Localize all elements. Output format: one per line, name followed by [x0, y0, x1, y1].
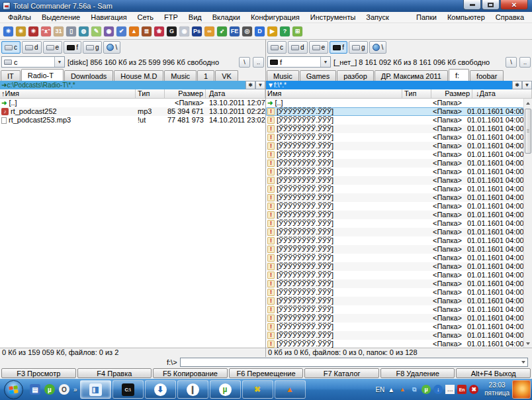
- toolbar-button-cat-face-icon[interactable]: ᵔᴥᵔ: [40, 25, 52, 38]
- file-row[interactable]: ![ЎЎЎЎЎЎЎЎ.ЎЎЎ]<Папка>01.01.1601 04:00: [266, 219, 523, 228]
- menu-item-справка[interactable]: Справка: [490, 12, 529, 23]
- file-row[interactable]: ![ЎЎЎЎЎЎЎЎ.ЎЎЎ]<Папка>01.01.1601 04:00: [266, 314, 523, 323]
- utorrent-tray-icon[interactable]: µ: [421, 385, 431, 394]
- menu-item-вкладки[interactable]: Вкладки: [207, 12, 245, 23]
- menu-item-папки[interactable]: Папки: [411, 12, 442, 23]
- menu-item-компьютер[interactable]: Компьютер: [442, 12, 490, 23]
- drive-button-f[interactable]: f: [330, 41, 347, 54]
- menu-item-инструменты[interactable]: Инструменты: [305, 12, 361, 23]
- file-row[interactable]: ![ЎЎЎЎЎЎЎЎ.ЎЎЎ]<Папка>01.01.1601 04:00: [266, 125, 523, 133]
- punto-switcher-icon[interactable]: En: [457, 385, 466, 394]
- column-header-type[interactable]: Тип: [136, 89, 165, 98]
- column-header-name[interactable]: Имя: [266, 89, 402, 98]
- language-indicator[interactable]: EN: [375, 386, 384, 393]
- taskbar-button-command-prompt[interactable]: C:\: [112, 380, 144, 399]
- toolbar-button-rocket-icon[interactable]: ➶: [216, 25, 228, 38]
- left-root-button[interactable]: \: [239, 57, 250, 68]
- tab-др-максима-2011[interactable]: ДР. Максима 2011: [375, 70, 448, 81]
- antivirus-icon[interactable]: ✖: [469, 385, 478, 394]
- file-row[interactable]: ![ЎЎЎЎЎЎЎЎ.ЎЎЎ]<Папка>01.01.1601 04:00: [266, 236, 523, 245]
- toolbar-button-swirl-green-icon[interactable]: ?: [279, 25, 291, 38]
- file-row[interactable]: ![ЎЎЎЎЎЎЎЎ.ЎЎЎ]<Папка>01.01.1601 04:00: [266, 168, 523, 176]
- close-button[interactable]: ✕: [500, 0, 528, 10]
- function-button-f8[interactable]: F8 Удаление: [380, 368, 455, 378]
- file-row[interactable]: ![ЎЎЎЎЎЎЎЎ.ЎЎЎ]<Папка>01.01.1601 04:00: [266, 211, 523, 219]
- file-row[interactable]: ![ЎЎЎЎЎЎЎЎ.ЎЎЎ]<Папка>01.01.1601 04:00: [266, 323, 523, 331]
- file-row[interactable]: ![ЎЎЎЎЎЎЎЎ.ЎЎЎ]<Папка>01.01.1601 04:00: [266, 202, 523, 211]
- desktop-gadget[interactable]: [512, 380, 531, 399]
- menu-item-запуск[interactable]: Запуск: [361, 12, 394, 23]
- file-row[interactable]: ![ЎЎЎЎЎЎЎЎ.ЎЎЎ]<Папка>01.01.1601 04:00: [266, 116, 523, 125]
- right-history-button[interactable]: ▼: [522, 81, 532, 89]
- function-button-f4[interactable]: F4 Правка: [77, 368, 152, 378]
- drive-button-network[interactable]: \: [369, 41, 386, 54]
- function-button-f3[interactable]: F3 Просмотр: [1, 368, 76, 378]
- messenger-icon[interactable]: …: [445, 385, 455, 394]
- toolbar-button-media-camera-icon[interactable]: ◉: [103, 25, 115, 38]
- file-row[interactable]: ![ЎЎЎЎЎЎЎЎ.ЎЎЎ]<Папка>01.01.1601 04:00: [266, 150, 523, 159]
- menu-item-навигация[interactable]: Навигация: [85, 12, 132, 23]
- toolbar-button-phone-icon[interactable]: ▯: [65, 25, 77, 38]
- file-row[interactable]: ![ЎЎЎЎЎЎЎЎ.ЎЎЎ]<Папка>01.01.1601 04:00: [266, 142, 523, 150]
- left-drive-combo[interactable]: c ▼: [1, 56, 65, 68]
- opera-icon[interactable]: O: [59, 384, 69, 395]
- quicklaunch-overflow-icon[interactable]: »: [73, 386, 77, 393]
- right-scrollbar[interactable]: [523, 99, 532, 348]
- file-row[interactable]: ➜[..]<Папка>: [266, 99, 523, 107]
- column-header-date[interactable]: Дата: [206, 89, 265, 98]
- tab-downloads[interactable]: Downloads: [64, 70, 113, 81]
- scroll-up-icon[interactable]: [524, 99, 532, 107]
- left-path-bar[interactable]: ➜ c:\Podcasts\Radio-T\*.*: [0, 81, 245, 89]
- toolbar-button-fe-icon[interactable]: FE: [228, 25, 241, 38]
- file-row[interactable]: ➜[..]<Папка>13.10.2011 12:07: [0, 99, 265, 107]
- column-header-type[interactable]: Тип: [402, 89, 431, 98]
- toolbar-button-check-blue-icon[interactable]: ✔: [115, 25, 128, 38]
- right-favorites-button[interactable]: ✱: [512, 81, 522, 89]
- file-row[interactable]: ![ЎЎЎЎЎЎЎЎ.ЎЎЎ]<Папка>01.01.1601 04:00: [266, 193, 523, 202]
- file-row[interactable]: ![ЎЎЎЎЎЎЎЎ.ЎЎЎ]<Папка>01.01.1601 04:00: [266, 271, 523, 279]
- tab-f[interactable]: f:: [449, 69, 469, 81]
- toolbar-button-gear-blue-icon[interactable]: ✳: [2, 25, 15, 38]
- file-row[interactable]: ♪rt_podcast252mp385 394 67113.10.2011 02…: [0, 107, 265, 116]
- tab-radio-t[interactable]: Radio-T: [21, 69, 64, 81]
- function-button-f7[interactable]: F7 Каталог: [304, 368, 379, 378]
- tab-vk[interactable]: VK: [215, 70, 238, 81]
- toolbar-button-mask-icon[interactable]: ∞: [203, 25, 216, 38]
- right-parent-button[interactable]: ..: [519, 57, 531, 68]
- toolbar-button-windows-icon[interactable]: ⊞: [291, 25, 304, 38]
- drive-button-d[interactable]: d: [22, 41, 42, 54]
- drive-button-network[interactable]: \: [103, 41, 120, 54]
- menu-item-конфигурация[interactable]: Конфигурация: [245, 12, 305, 23]
- file-row[interactable]: ![ЎЎЎЎЎЎЎЎ.ЎЎЎ]<Папка>01.01.1601 04:00: [266, 133, 523, 142]
- drive-button-c[interactable]: c: [1, 41, 21, 54]
- taskbar-button-opera[interactable]: ❙: [177, 380, 208, 399]
- drive-button-e[interactable]: e: [43, 41, 63, 54]
- menu-item-выделение[interactable]: Выделение: [36, 12, 85, 23]
- toolbar-button-photoshop-icon[interactable]: Ps: [191, 25, 203, 38]
- toolbar-button-g-letter-icon[interactable]: G: [165, 25, 178, 38]
- column-header-size[interactable]: Размер: [431, 89, 472, 98]
- toolbar-button-notepad-icon[interactable]: ✎: [90, 25, 103, 38]
- right-root-button[interactable]: \: [506, 57, 517, 68]
- file-row[interactable]: ![ЎЎЎЎЎЎЎЎ.ЎЎЎ]<Папка>01.01.1601 04:00: [266, 254, 523, 262]
- right-drive-combo[interactable]: f ▼: [267, 56, 331, 68]
- file-row[interactable]: ![ЎЎЎЎЎЎЎЎ.ЎЎЎ]<Папка>01.01.1601 04:00: [266, 305, 523, 314]
- file-row[interactable]: ![ЎЎЎЎЎЎЎЎ.ЎЎЎ]<Папка>01.01.1601 04:00: [266, 185, 523, 193]
- toolbar-button-winrar-icon[interactable]: ≣: [140, 25, 153, 38]
- download-tray-icon[interactable]: ↓: [433, 385, 443, 394]
- file-row[interactable]: ![ЎЎЎЎЎЎЎЎ.ЎЎЎ]<Папка>01.01.1601 04:00: [266, 331, 523, 340]
- menu-item-сеть[interactable]: Сеть: [132, 12, 159, 23]
- file-row[interactable]: ![ЎЎЎЎЎЎЎЎ.ЎЎЎ]<Папка>01.01.1601 04:00: [266, 159, 523, 168]
- scroll-down-icon[interactable]: [524, 339, 532, 348]
- column-header-name[interactable]: ↑Имя: [0, 89, 136, 98]
- function-button-f6[interactable]: F6 Перемещение: [229, 368, 304, 378]
- file-row[interactable]: ![ЎЎЎЎЎЎЎЎ.ЎЎЎ]<Папка>01.01.1601 04:00: [266, 297, 523, 305]
- menu-item-вид[interactable]: Вид: [183, 12, 207, 23]
- file-row[interactable]: ![ЎЎЎЎЎЎЎЎ.ЎЎЎ]<Папка>01.01.1601 04:00: [266, 107, 523, 116]
- function-button-f5[interactable]: F5 Копирование: [153, 368, 228, 378]
- toolbar-button-camera-red-icon[interactable]: ❀: [153, 25, 165, 38]
- scroll-thumb[interactable]: [525, 109, 531, 154]
- tab-разбор[interactable]: разбор: [337, 70, 374, 81]
- toolbar-button-alien-icon[interactable]: ◉: [178, 25, 191, 38]
- minimize-button[interactable]: [463, 0, 481, 10]
